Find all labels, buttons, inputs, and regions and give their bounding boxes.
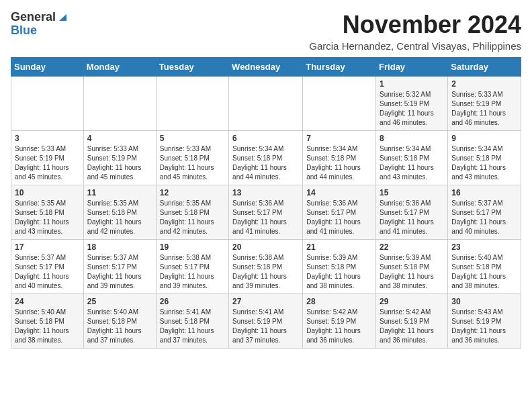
calendar-cell: 19Sunrise: 5:38 AM Sunset: 5:17 PM Dayli… [156, 240, 228, 294]
day-number: 26 [160, 297, 225, 306]
day-number: 24 [15, 297, 80, 306]
calendar-cell: 30Sunrise: 5:43 AM Sunset: 5:19 PM Dayli… [448, 294, 521, 349]
calendar-cell: 21Sunrise: 5:39 AM Sunset: 5:18 PM Dayli… [303, 240, 376, 294]
day-info: Sunrise: 5:42 AM Sunset: 5:19 PM Dayligh… [306, 308, 372, 345]
day-number: 13 [232, 188, 299, 197]
calendar-cell: 9Sunrise: 5:34 AM Sunset: 5:18 PM Daylig… [448, 131, 521, 185]
day-number: 25 [87, 297, 152, 306]
day-number: 2 [451, 79, 517, 89]
day-number: 6 [232, 134, 299, 143]
calendar-cell [83, 77, 156, 131]
calendar-cell: 7Sunrise: 5:34 AM Sunset: 5:18 PM Daylig… [303, 131, 376, 185]
day-number: 30 [451, 297, 517, 306]
calendar-cell: 10Sunrise: 5:35 AM Sunset: 5:18 PM Dayli… [11, 185, 84, 240]
calendar-cell: 16Sunrise: 5:37 AM Sunset: 5:17 PM Dayli… [448, 185, 521, 240]
day-number: 1 [380, 79, 444, 89]
calendar-week-row: 1Sunrise: 5:32 AM Sunset: 5:19 PM Daylig… [11, 77, 521, 131]
calendar-cell [229, 77, 303, 131]
day-info: Sunrise: 5:43 AM Sunset: 5:19 PM Dayligh… [451, 308, 517, 345]
calendar-cell: 27Sunrise: 5:41 AM Sunset: 5:19 PM Dayli… [229, 294, 303, 349]
day-info: Sunrise: 5:41 AM Sunset: 5:19 PM Dayligh… [232, 308, 299, 345]
day-info: Sunrise: 5:36 AM Sunset: 5:17 PM Dayligh… [232, 199, 299, 236]
day-info: Sunrise: 5:34 AM Sunset: 5:18 PM Dayligh… [380, 144, 444, 182]
calendar-cell: 20Sunrise: 5:38 AM Sunset: 5:18 PM Dayli… [229, 240, 303, 294]
calendar-cell: 24Sunrise: 5:40 AM Sunset: 5:18 PM Dayli… [11, 294, 84, 349]
day-number: 21 [306, 242, 372, 252]
day-info: Sunrise: 5:35 AM Sunset: 5:18 PM Dayligh… [87, 199, 152, 236]
title-block: November 2024 Garcia Hernandez, Central … [309, 11, 521, 52]
calendar-cell: 3Sunrise: 5:33 AM Sunset: 5:19 PM Daylig… [11, 131, 84, 185]
day-info: Sunrise: 5:40 AM Sunset: 5:18 PM Dayligh… [87, 308, 152, 345]
calendar-cell: 23Sunrise: 5:40 AM Sunset: 5:18 PM Dayli… [448, 240, 521, 294]
weekday-header: Wednesday [229, 58, 303, 77]
page-header: General Blue November 2024 Garcia Hernan… [11, 11, 521, 52]
calendar-cell: 22Sunrise: 5:39 AM Sunset: 5:18 PM Dayli… [376, 240, 448, 294]
calendar-cell: 17Sunrise: 5:37 AM Sunset: 5:17 PM Dayli… [11, 240, 84, 294]
day-info: Sunrise: 5:38 AM Sunset: 5:17 PM Dayligh… [160, 253, 225, 291]
calendar-week-row: 3Sunrise: 5:33 AM Sunset: 5:19 PM Daylig… [11, 131, 521, 185]
month-title: November 2024 [309, 11, 521, 39]
day-number: 23 [451, 242, 517, 252]
location-title: Garcia Hernandez, Central Visayas, Phili… [309, 40, 521, 52]
calendar-cell: 28Sunrise: 5:42 AM Sunset: 5:19 PM Dayli… [303, 294, 376, 349]
day-number: 7 [306, 134, 372, 143]
day-info: Sunrise: 5:33 AM Sunset: 5:19 PM Dayligh… [15, 144, 80, 182]
day-info: Sunrise: 5:34 AM Sunset: 5:18 PM Dayligh… [306, 144, 372, 182]
calendar-cell: 18Sunrise: 5:37 AM Sunset: 5:17 PM Dayli… [83, 240, 156, 294]
day-info: Sunrise: 5:37 AM Sunset: 5:17 PM Dayligh… [87, 253, 152, 291]
day-number: 17 [15, 242, 80, 252]
weekday-header: Saturday [448, 58, 521, 77]
weekday-header: Sunday [11, 58, 84, 77]
calendar-cell: 5Sunrise: 5:33 AM Sunset: 5:18 PM Daylig… [156, 131, 228, 185]
calendar-cell: 6Sunrise: 5:34 AM Sunset: 5:18 PM Daylig… [229, 131, 303, 185]
day-number: 4 [87, 134, 152, 143]
day-number: 8 [380, 134, 444, 143]
day-number: 29 [380, 297, 444, 306]
calendar-cell: 25Sunrise: 5:40 AM Sunset: 5:18 PM Dayli… [83, 294, 156, 349]
day-info: Sunrise: 5:41 AM Sunset: 5:18 PM Dayligh… [160, 308, 225, 345]
calendar-cell: 14Sunrise: 5:36 AM Sunset: 5:17 PM Dayli… [303, 185, 376, 240]
day-info: Sunrise: 5:34 AM Sunset: 5:18 PM Dayligh… [232, 144, 299, 182]
day-info: Sunrise: 5:35 AM Sunset: 5:18 PM Dayligh… [160, 199, 225, 236]
svg-marker-0 [59, 14, 66, 21]
day-info: Sunrise: 5:33 AM Sunset: 5:18 PM Dayligh… [160, 144, 225, 182]
calendar-header-row: SundayMondayTuesdayWednesdayThursdayFrid… [11, 58, 521, 77]
day-number: 27 [232, 297, 299, 306]
day-number: 28 [306, 297, 372, 306]
logo-icon [57, 11, 66, 21]
weekday-header: Tuesday [156, 58, 228, 77]
weekday-header: Thursday [303, 58, 376, 77]
day-info: Sunrise: 5:39 AM Sunset: 5:18 PM Dayligh… [380, 253, 444, 291]
day-number: 20 [232, 242, 299, 252]
day-info: Sunrise: 5:38 AM Sunset: 5:18 PM Dayligh… [232, 253, 299, 291]
calendar-week-row: 17Sunrise: 5:37 AM Sunset: 5:17 PM Dayli… [11, 240, 521, 294]
day-info: Sunrise: 5:36 AM Sunset: 5:17 PM Dayligh… [380, 199, 444, 236]
calendar-cell [11, 77, 84, 131]
calendar-cell: 2Sunrise: 5:33 AM Sunset: 5:19 PM Daylig… [448, 77, 521, 131]
day-info: Sunrise: 5:36 AM Sunset: 5:17 PM Dayligh… [306, 199, 372, 236]
day-number: 10 [15, 188, 80, 197]
calendar-cell: 4Sunrise: 5:33 AM Sunset: 5:19 PM Daylig… [83, 131, 156, 185]
calendar-cell [303, 77, 376, 131]
calendar-cell: 29Sunrise: 5:42 AM Sunset: 5:19 PM Dayli… [376, 294, 448, 349]
day-number: 16 [451, 188, 517, 197]
day-info: Sunrise: 5:40 AM Sunset: 5:18 PM Dayligh… [15, 308, 80, 345]
day-info: Sunrise: 5:42 AM Sunset: 5:19 PM Dayligh… [380, 308, 444, 345]
day-number: 14 [306, 188, 372, 197]
calendar-cell: 26Sunrise: 5:41 AM Sunset: 5:18 PM Dayli… [156, 294, 228, 349]
day-info: Sunrise: 5:32 AM Sunset: 5:19 PM Dayligh… [380, 90, 444, 128]
calendar-cell: 12Sunrise: 5:35 AM Sunset: 5:18 PM Dayli… [156, 185, 228, 240]
calendar-cell: 13Sunrise: 5:36 AM Sunset: 5:17 PM Dayli… [229, 185, 303, 240]
day-number: 11 [87, 188, 152, 197]
calendar-cell [156, 77, 228, 131]
day-info: Sunrise: 5:37 AM Sunset: 5:17 PM Dayligh… [15, 253, 80, 291]
day-info: Sunrise: 5:40 AM Sunset: 5:18 PM Dayligh… [451, 253, 517, 291]
calendar-cell: 1Sunrise: 5:32 AM Sunset: 5:19 PM Daylig… [376, 77, 448, 131]
day-info: Sunrise: 5:39 AM Sunset: 5:18 PM Dayligh… [306, 253, 372, 291]
day-number: 9 [451, 134, 517, 143]
day-number: 15 [380, 188, 444, 197]
weekday-header: Friday [376, 58, 448, 77]
day-info: Sunrise: 5:33 AM Sunset: 5:19 PM Dayligh… [87, 144, 152, 182]
logo-blue: Blue [11, 24, 37, 38]
logo-general: General [11, 11, 56, 24]
